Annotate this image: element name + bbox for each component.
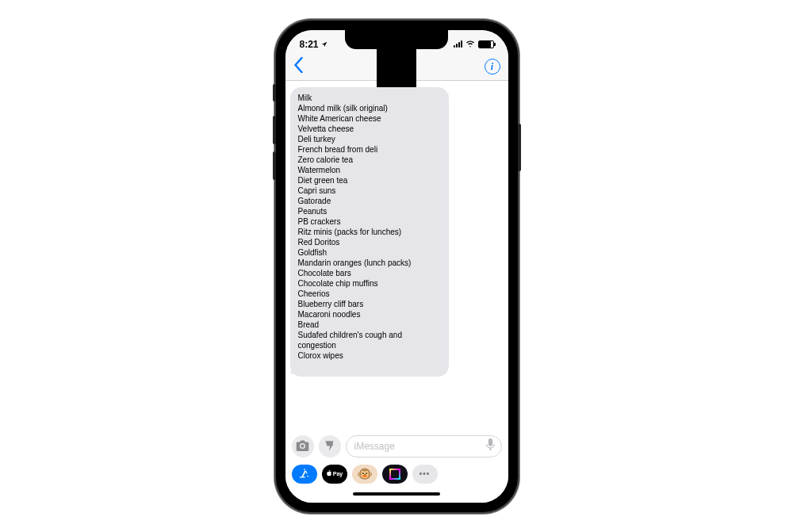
message-list[interactable]: Milk Almond milk (silk original) White A… bbox=[285, 81, 508, 431]
info-button[interactable]: i bbox=[485, 59, 500, 75]
compose-bar: iMessage bbox=[285, 431, 508, 461]
wifi-icon bbox=[465, 39, 475, 50]
input-placeholder: iMessage bbox=[354, 441, 395, 452]
home-indicator[interactable] bbox=[353, 492, 440, 496]
screen: 8:21 i bbox=[285, 30, 508, 503]
app-tray-icon[interactable] bbox=[382, 465, 408, 484]
status-time: 8:21 bbox=[300, 39, 319, 50]
volume-down-button[interactable] bbox=[273, 151, 276, 180]
more-tray-button[interactable]: ••• bbox=[412, 465, 438, 484]
back-button[interactable] bbox=[293, 57, 304, 76]
message-input[interactable]: iMessage bbox=[346, 435, 502, 457]
emoji-tray-icon[interactable]: 🐵 bbox=[352, 465, 377, 484]
received-message-bubble[interactable]: Milk Almond milk (silk original) White A… bbox=[290, 87, 449, 377]
apps-button[interactable] bbox=[319, 435, 341, 457]
app-tray: Pay 🐵 ••• bbox=[285, 461, 508, 485]
microphone-icon[interactable] bbox=[486, 438, 495, 454]
location-icon bbox=[321, 39, 328, 50]
status-left: 8:21 bbox=[300, 39, 328, 50]
camera-button[interactable] bbox=[292, 435, 314, 457]
status-right bbox=[454, 39, 494, 50]
volume-up-button[interactable] bbox=[273, 116, 276, 144]
battery-icon bbox=[478, 40, 494, 48]
signal-icon bbox=[454, 40, 462, 48]
contact-redaction bbox=[377, 30, 416, 87]
apple-logo-icon bbox=[326, 470, 333, 477]
app-store-tray-icon[interactable] bbox=[292, 465, 317, 484]
power-button[interactable] bbox=[518, 124, 521, 171]
phone-frame: 8:21 i bbox=[276, 21, 518, 512]
mute-switch[interactable] bbox=[273, 84, 276, 101]
apple-pay-tray-icon[interactable]: Pay bbox=[322, 465, 347, 484]
apple-pay-label: Pay bbox=[333, 471, 343, 477]
home-indicator-area bbox=[285, 485, 508, 503]
